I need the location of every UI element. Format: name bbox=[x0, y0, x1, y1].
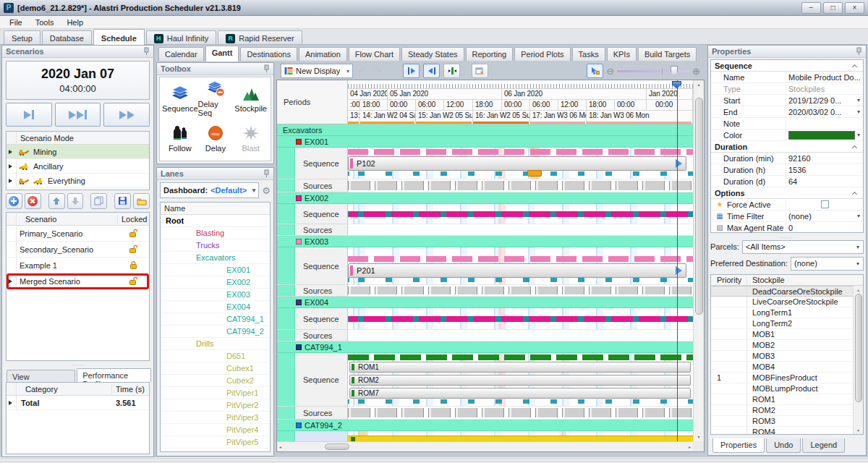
stockpile-row[interactable]: LiveCoarseOreStockpile bbox=[711, 297, 853, 307]
stockpile-bar[interactable] bbox=[348, 436, 693, 441]
sequence-track[interactable]: ROM1 ROM2 ROM7 bbox=[348, 353, 693, 407]
property-row-duration-min[interactable]: Duration (min) 92160 bbox=[711, 153, 863, 164]
gantt-view-tab[interactable]: Calendar bbox=[158, 47, 204, 61]
property-row-max-agent-rate[interactable]: ▧Max Agent Rate 0 bbox=[711, 222, 863, 233]
scroll-up-icon[interactable]: ▴ bbox=[697, 82, 699, 88]
stockpile-row[interactable]: MOBLumpProduct bbox=[711, 383, 853, 394]
gantt-view-tab[interactable]: Build Targets bbox=[638, 47, 697, 61]
gantt-view-tab[interactable]: Animation bbox=[299, 47, 347, 61]
force-active-checkbox[interactable] bbox=[821, 200, 829, 208]
display-settings-button[interactable] bbox=[472, 64, 488, 78]
lane-tree-item[interactable]: EX002 bbox=[161, 276, 270, 289]
tool-sequence[interactable]: Sequence bbox=[162, 80, 198, 119]
scroll-to-start-button[interactable] bbox=[403, 64, 420, 78]
app-tab[interactable]: H Haul Infinity bbox=[146, 30, 216, 44]
lane-tree-item[interactable]: PitViper2 bbox=[161, 399, 270, 412]
gantt-view-tab[interactable]: Flow Chart bbox=[349, 47, 400, 61]
scenario-mode-row[interactable]: Mining bbox=[7, 145, 149, 159]
scrollbar-thumb[interactable] bbox=[855, 294, 862, 402]
profiler-total-row[interactable]: Total 3.561 bbox=[7, 396, 149, 410]
gear-icon[interactable]: ⚙ bbox=[262, 185, 271, 196]
stockpile-row[interactable]: DeadCoarseOreStockpile bbox=[711, 286, 853, 297]
app-tab[interactable]: Schedule bbox=[93, 29, 145, 45]
stockpile-scrollbar[interactable]: ▴ ▾ bbox=[853, 286, 863, 434]
task-bar[interactable]: ROM1 bbox=[349, 362, 691, 373]
scenario-row[interactable]: Example 1 bbox=[7, 258, 149, 273]
tool-delay-seq[interactable]: Delay Seq bbox=[198, 80, 234, 119]
sequence-row-label[interactable] bbox=[277, 431, 348, 441]
gantt-view-tab[interactable]: Period Plots bbox=[514, 47, 570, 61]
property-row-end[interactable]: End 2020/03/02 0...▾ bbox=[711, 106, 863, 118]
property-row-time-filter[interactable]: ▦Time Filter (none)▾ bbox=[711, 211, 863, 222]
step-forward-button[interactable] bbox=[6, 103, 52, 127]
gantt-lane-header[interactable]: EX004 bbox=[277, 297, 693, 308]
stockpile-column-header[interactable]: Stockpile bbox=[747, 276, 853, 284]
lane-tree-item[interactable]: PitViper6 bbox=[161, 449, 270, 452]
current-time-cursor[interactable] bbox=[677, 80, 678, 441]
sources-track[interactable] bbox=[348, 224, 693, 236]
gantt-view-tab[interactable]: Destinations bbox=[240, 47, 297, 61]
scenario-mode-row[interactable]: Ancillary bbox=[7, 159, 149, 174]
sources-track[interactable] bbox=[348, 285, 693, 297]
task-bar[interactable]: ROM2 bbox=[349, 375, 691, 386]
tab-undo[interactable]: Undo bbox=[766, 438, 801, 453]
lock-icon[interactable] bbox=[117, 276, 149, 286]
scroll-right-icon[interactable]: ▸ bbox=[689, 444, 691, 449]
pin-icon[interactable] bbox=[143, 47, 150, 56]
priority-column-header[interactable]: Priority bbox=[711, 275, 747, 285]
sequence-segments[interactable] bbox=[348, 354, 693, 360]
lock-icon[interactable] bbox=[117, 229, 149, 238]
task-bar[interactable]: P102 bbox=[348, 156, 686, 171]
gantt-group-excavators[interactable]: Excavators bbox=[277, 124, 693, 136]
lane-tree-item[interactable]: PitViper5 bbox=[161, 436, 270, 449]
lane-tree-item[interactable]: CAT994_2 bbox=[161, 326, 270, 338]
lane-tree-item[interactable]: Root bbox=[161, 215, 270, 227]
category-column-header[interactable]: Category bbox=[17, 385, 111, 394]
stockpile-row[interactable]: 1 MOBFinesProduct bbox=[711, 373, 853, 383]
gantt-view-tab[interactable]: Tasks bbox=[572, 47, 605, 61]
lane-tree-item[interactable]: Drills bbox=[161, 338, 270, 350]
lane-tree-item[interactable]: EX003 bbox=[161, 289, 270, 301]
tool-delay[interactable]: stop Delay bbox=[198, 119, 234, 159]
lane-tree-item[interactable]: EX004 bbox=[161, 301, 270, 313]
app-tab[interactable]: Setup bbox=[4, 30, 41, 44]
property-group-options[interactable]: Options bbox=[711, 187, 863, 199]
scroll-to-end-button[interactable] bbox=[423, 64, 440, 78]
lock-icon[interactable] bbox=[117, 260, 149, 270]
stockpile-row[interactable]: ROM2 bbox=[711, 405, 853, 416]
lane-tree-item[interactable]: Excavators bbox=[161, 252, 270, 264]
tab-performance-profiler[interactable]: Performance Profiler bbox=[77, 368, 151, 382]
parcels-selector[interactable]: <All Items> ▾ bbox=[742, 240, 864, 254]
sequence-segments[interactable] bbox=[348, 149, 693, 155]
stockpile-row[interactable]: ROM3 bbox=[711, 416, 853, 427]
gantt-view-tab[interactable]: Reporting bbox=[466, 47, 514, 61]
sequence-track[interactable]: P201 bbox=[348, 247, 693, 285]
color-swatch[interactable] bbox=[788, 131, 855, 140]
gantt-lane-header[interactable]: CAT994_2 bbox=[277, 420, 693, 431]
close-button[interactable]: × bbox=[845, 2, 864, 14]
lanes-tree-header[interactable]: Name bbox=[161, 203, 270, 215]
gantt-horizontal-scrollbar[interactable]: ◂ ▸ bbox=[277, 441, 693, 451]
delay-markers[interactable] bbox=[348, 171, 693, 176]
tab-legend[interactable]: Legend bbox=[802, 438, 845, 453]
sources-track[interactable] bbox=[348, 330, 693, 341]
task-bar[interactable]: ROM7 bbox=[349, 388, 691, 399]
stockpile-row[interactable]: LongTerm2 bbox=[711, 318, 853, 329]
sequence-track[interactable] bbox=[348, 204, 693, 224]
scroll-down-icon[interactable]: ▾ bbox=[857, 428, 859, 433]
pin-icon[interactable] bbox=[856, 47, 862, 56]
lane-tree-item[interactable]: EX001 bbox=[161, 264, 270, 276]
dashboard-selector[interactable]: Dashboard: <Default> ▾ bbox=[160, 182, 259, 198]
gantt-lane-header[interactable]: EX003 bbox=[277, 236, 693, 247]
lane-tree-item[interactable]: Trucks bbox=[161, 239, 270, 252]
tool-stockpile[interactable]: Stockpile bbox=[233, 80, 268, 119]
pin-icon[interactable] bbox=[263, 169, 270, 178]
lock-icon[interactable] bbox=[117, 245, 149, 254]
sequence-segments[interactable] bbox=[348, 256, 693, 262]
zoom-slider[interactable] bbox=[617, 70, 689, 72]
lane-tree-item[interactable]: Blasting bbox=[161, 227, 270, 239]
property-row-force-active[interactable]: ★Force Active bbox=[711, 199, 863, 211]
menu-tools[interactable]: Tools bbox=[29, 17, 61, 28]
gantt-view-tab[interactable]: KPIs bbox=[607, 47, 637, 61]
open-folder-button[interactable] bbox=[133, 193, 150, 209]
